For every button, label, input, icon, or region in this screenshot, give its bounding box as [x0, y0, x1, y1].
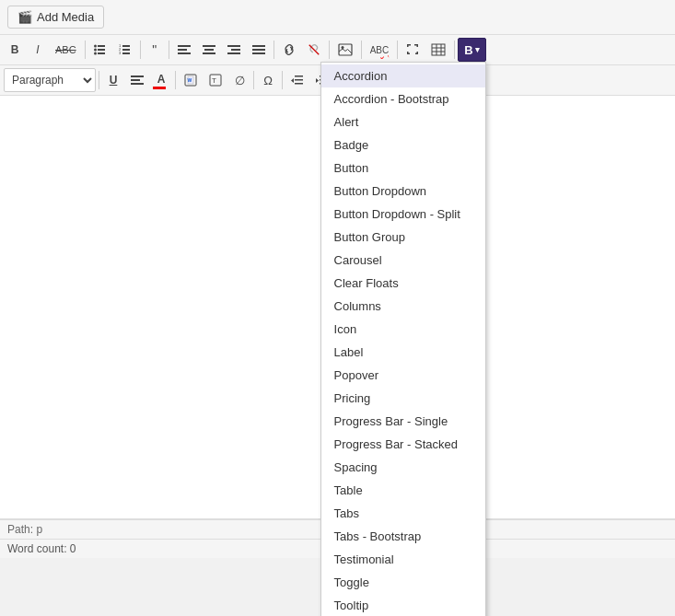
- svg-text:W: W: [188, 77, 192, 83]
- path-value: p: [36, 523, 42, 536]
- unlink-button[interactable]: [302, 38, 326, 62]
- dropdown-item-carousel[interactable]: Carousel: [321, 249, 485, 272]
- svg-rect-8: [122, 52, 130, 54]
- dropdown-item-alert[interactable]: Alert: [321, 110, 485, 134]
- svg-rect-13: [178, 49, 187, 51]
- separator1: [85, 41, 86, 59]
- bootstrap-dropdown-menu: Accordion Accordion - Bootstrap Alert Ba…: [320, 62, 486, 616]
- svg-rect-33: [131, 79, 140, 81]
- svg-rect-14: [178, 52, 191, 54]
- separator3: [169, 41, 169, 59]
- svg-point-5: [94, 52, 97, 55]
- bootstrap-b-label: B: [464, 43, 472, 57]
- svg-rect-42: [295, 83, 303, 85]
- paste-word-button[interactable]: W: [179, 68, 203, 92]
- separator-r2-3: [253, 71, 254, 89]
- separator5: [329, 41, 330, 59]
- bootstrap-dropdown-wrapper: B ▾ Accordion Accordion - Bootstrap Aler…: [458, 38, 485, 62]
- ordered-list-button[interactable]: 123: [113, 38, 137, 62]
- link-button[interactable]: [277, 38, 301, 62]
- color-swatch: [153, 87, 166, 89]
- svg-rect-34: [131, 83, 144, 85]
- svg-rect-41: [295, 79, 303, 81]
- dropdown-item-pricing[interactable]: Pricing: [321, 387, 485, 410]
- dropdown-item-tabs-bootstrap[interactable]: Tabs - Bootstrap: [321, 525, 485, 548]
- svg-text:3: 3: [119, 51, 122, 55]
- text-color-label: A: [157, 73, 166, 86]
- svg-rect-18: [227, 45, 240, 47]
- clear-format-button[interactable]: ∅: [228, 68, 250, 92]
- align-center-button[interactable]: [197, 38, 221, 62]
- svg-rect-22: [252, 49, 265, 51]
- dropdown-item-popover[interactable]: Popover: [321, 364, 485, 387]
- table-button[interactable]: [425, 38, 451, 62]
- dropdown-item-label[interactable]: Label: [321, 341, 485, 364]
- text-align-button[interactable]: [125, 68, 149, 92]
- dropdown-item-button-group[interactable]: Button Group: [321, 226, 485, 249]
- strikethrough-button[interactable]: ABC: [50, 38, 82, 62]
- svg-rect-17: [203, 52, 215, 54]
- dropdown-item-spacing[interactable]: Spacing: [321, 456, 485, 479]
- dropdown-item-tooltip[interactable]: Tooltip: [321, 594, 485, 616]
- insert-image-button[interactable]: [332, 38, 358, 62]
- outdent-button[interactable]: [285, 68, 309, 92]
- separator6: [361, 41, 362, 59]
- spellcheck-button[interactable]: ABC: [365, 38, 395, 62]
- dropdown-item-toggle[interactable]: Toggle: [321, 571, 485, 594]
- wordcount-value: 0: [70, 542, 76, 555]
- svg-rect-6: [122, 45, 130, 47]
- unordered-list-button[interactable]: [88, 38, 112, 62]
- svg-text:T: T: [212, 76, 216, 85]
- align-left-button[interactable]: [172, 38, 196, 62]
- dropdown-item-accordion[interactable]: Accordion: [321, 64, 485, 87]
- separator7: [397, 41, 398, 59]
- separator8: [454, 41, 455, 59]
- dropdown-item-badge[interactable]: Badge: [321, 134, 485, 157]
- svg-rect-23: [252, 52, 265, 54]
- dropdown-item-button[interactable]: Button: [321, 157, 485, 180]
- separator-r2-2: [175, 71, 176, 89]
- text-color-button[interactable]: A: [150, 68, 172, 92]
- dropdown-item-table[interactable]: Table: [321, 479, 485, 502]
- align-justify-button[interactable]: [247, 38, 271, 62]
- svg-rect-20: [227, 52, 240, 54]
- dropdown-item-icon[interactable]: Icon: [321, 318, 485, 341]
- add-media-label: Add Media: [37, 10, 94, 24]
- add-media-button[interactable]: 🎬 Add Media: [7, 6, 104, 29]
- toolbar-row1: B I ABC 123 " ABC B ▾: [0, 35, 675, 65]
- separator-r2-1: [99, 71, 99, 89]
- dropdown-item-columns[interactable]: Columns: [321, 295, 485, 318]
- blockquote-button[interactable]: ": [144, 38, 166, 62]
- fullscreen-button[interactable]: [401, 38, 425, 62]
- underline-button[interactable]: U: [102, 68, 124, 92]
- dropdown-item-testimonial[interactable]: Testimonial: [321, 548, 485, 571]
- svg-rect-16: [204, 49, 214, 51]
- film-icon: 🎬: [17, 10, 32, 24]
- svg-rect-7: [122, 49, 130, 51]
- dropdown-item-button-dropdown[interactable]: Button Dropdown: [321, 180, 485, 203]
- wordcount-label: Word count:: [7, 542, 66, 555]
- separator4: [273, 41, 274, 59]
- path-label: Path:: [7, 523, 33, 536]
- special-chars-button[interactable]: Ω: [257, 68, 279, 92]
- dropdown-item-accordion-bootstrap[interactable]: Accordion - Bootstrap: [321, 87, 485, 110]
- svg-rect-2: [98, 52, 105, 54]
- dropdown-item-tabs[interactable]: Tabs: [321, 502, 485, 525]
- svg-rect-12: [178, 45, 191, 47]
- dropdown-item-progress-bar-single[interactable]: Progress Bar - Single: [321, 410, 485, 433]
- svg-rect-15: [203, 45, 215, 47]
- italic-button[interactable]: I: [27, 38, 49, 62]
- dropdown-item-button-dropdown-split[interactable]: Button Dropdown - Split: [321, 203, 485, 226]
- svg-rect-0: [98, 45, 105, 47]
- bold-button[interactable]: B: [4, 38, 26, 62]
- svg-rect-27: [432, 44, 445, 55]
- svg-rect-40: [295, 76, 303, 77]
- bootstrap-button[interactable]: B ▾: [458, 38, 485, 62]
- align-right-button[interactable]: [222, 38, 246, 62]
- dropdown-item-progress-bar-stacked[interactable]: Progress Bar - Stacked: [321, 433, 485, 456]
- paste-text-button[interactable]: T: [204, 68, 227, 92]
- format-select[interactable]: Paragraph Heading 1 Heading 2 Heading 3 …: [4, 68, 96, 92]
- svg-rect-21: [252, 45, 265, 47]
- svg-rect-32: [131, 76, 144, 77]
- dropdown-item-clear-floats[interactable]: Clear Floats: [321, 272, 485, 295]
